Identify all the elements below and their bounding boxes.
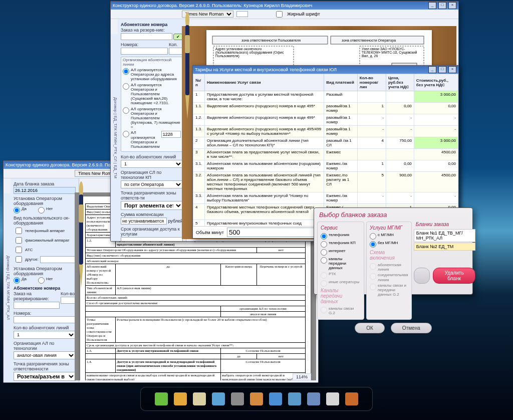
svg-rect-25 xyxy=(185,35,190,53)
tariff-titlebar[interactable]: Тарифы на Услуги местной и внутризоновой… xyxy=(193,66,458,74)
blank-slot-button[interactable] xyxy=(414,268,430,284)
taskbar-icon-7[interactable] xyxy=(288,392,301,405)
section-label: Абонентские номера xyxy=(121,22,183,27)
label: Вид пользовательского ок-оборудования xyxy=(14,216,76,226)
kolvo-input[interactable] xyxy=(61,297,76,304)
cancel-button[interactable]: Отмена xyxy=(391,323,432,333)
r-al3[interactable] xyxy=(123,107,129,114)
radio2-yes[interactable] xyxy=(14,277,20,284)
blank-row-1[interactable]: Бланк №1 ЕД_ТВ_МГ/МН_РТК_АЛ xyxy=(414,229,475,242)
org-al-select[interactable]: аналог-овая линия xyxy=(14,351,76,359)
min-btn[interactable]: _ xyxy=(428,2,436,9)
chk-fax[interactable] xyxy=(16,237,22,244)
tra-select[interactable]: Розетка/разъем в помещен xyxy=(14,372,76,381)
vertical-tabs-2[interactable]: Договор | ЕД_ТЛК МГ/МН_РТК_АЛ xyxy=(4,193,11,382)
taskbar-icon-5[interactable] xyxy=(250,392,263,405)
close-btn[interactable]: × xyxy=(448,66,456,73)
svc-telephony[interactable] xyxy=(321,233,327,240)
srok-input[interactable] xyxy=(121,237,183,241)
chk-ats[interactable] xyxy=(16,247,22,253)
fountain-pen-2 xyxy=(75,180,87,291)
tariff-title: Тарифы на Услуги местной и внутризоновой… xyxy=(195,67,337,72)
ok-button[interactable]: ОК xyxy=(355,323,385,333)
taskbar xyxy=(140,387,373,411)
radio-yes[interactable] xyxy=(14,207,20,214)
r-al2[interactable] xyxy=(123,83,129,90)
chk-phone[interactable] xyxy=(16,228,22,234)
taskbar-icon-10[interactable] xyxy=(345,392,358,405)
section-label: Абонентские номера xyxy=(14,286,76,291)
max-btn[interactable]: □ xyxy=(438,66,446,73)
dialog-title: Выбор бланков заказа xyxy=(314,208,472,222)
svg-text:зона ответственности Пользоват: зона ответственности Пользователя xyxy=(241,39,301,42)
kol-al-select[interactable]: 1 xyxy=(14,331,76,339)
copy-input[interactable] xyxy=(169,48,183,55)
vertical-tabs-1[interactable]: Договор | ЕД_ТЛК МГ/МН_РТК_СЛ | ЕД_ТМ xyxy=(111,34,118,241)
sum-input[interactable] xyxy=(121,218,167,225)
taskbar-icon-8[interactable] xyxy=(307,392,320,405)
taskbar-icon-9[interactable] xyxy=(326,392,339,405)
svg-rect-2 xyxy=(79,204,84,223)
org-sl-select[interactable]: по сети Оператора xyxy=(121,180,183,188)
label: Дата бланка заказа xyxy=(14,181,76,186)
numbers-input[interactable] xyxy=(14,316,76,323)
max-btn[interactable]: □ xyxy=(438,2,446,9)
close-btn[interactable]: × xyxy=(448,2,456,9)
titlebar-1[interactable]: Конструктор единого договора. Версия 2.6… xyxy=(111,2,458,10)
reserve-input[interactable] xyxy=(14,302,60,309)
bold-check[interactable] xyxy=(276,11,283,18)
mg-with[interactable] xyxy=(370,233,376,240)
org-al-group: Организация абонентской линии АЛ организ… xyxy=(121,57,183,152)
fountain-pen-1 xyxy=(181,11,193,121)
tariff-table: №/пНаименование Услуг связиВид платежейК… xyxy=(193,74,458,226)
mg-without[interactable] xyxy=(370,241,376,248)
side-panel-1: Абонентские номера Заказ на резерв-ние:✔… xyxy=(118,19,186,241)
taskbar-icon-1[interactable] xyxy=(174,392,187,405)
blank-select-dialog: Выбор бланков заказа Сервис телефония те… xyxy=(314,207,473,295)
svc-telephony-kp[interactable] xyxy=(321,241,327,248)
zoom-status: 114% xyxy=(293,373,311,380)
taskbar-icon-3[interactable] xyxy=(212,392,225,405)
toolbar-1: Times New Roman Жирный шрифт xyxy=(111,10,458,19)
delete-blank-button[interactable]: Удалить бланк xyxy=(433,268,475,284)
numbers-input[interactable] xyxy=(121,48,168,55)
tariff-scroll[interactable]: №/пНаименование Услуг связиВид платежейК… xyxy=(193,74,458,226)
blank-row-2[interactable]: Бланк №2 ЕД_ТМ xyxy=(414,243,475,251)
r-al4-val[interactable] xyxy=(161,131,181,138)
svc-kpd[interactable] xyxy=(321,257,327,264)
svc-rtk xyxy=(321,272,327,279)
reserve-input[interactable] xyxy=(121,33,172,40)
label: Установка Оператором оборудования xyxy=(14,196,76,206)
svg-text:зона ответственности Оператора: зона ответственности Оператора xyxy=(342,39,396,43)
taskbar-icon-0[interactable] xyxy=(155,392,168,405)
taskbar-icon-4[interactable] xyxy=(231,392,244,405)
r-al1[interactable] xyxy=(123,68,129,75)
title-text: Конструктор единого договора. Версия 2.6… xyxy=(113,3,312,8)
svc-other-op xyxy=(321,280,327,287)
radio-no[interactable] xyxy=(38,207,45,214)
kol-al-select[interactable]: 1 xyxy=(121,160,183,168)
fontsize-input[interactable] xyxy=(236,11,248,17)
chk-other[interactable] xyxy=(16,256,22,263)
svc-internet[interactable] xyxy=(321,249,327,256)
date-input[interactable] xyxy=(14,187,76,194)
tra-select[interactable]: Порт элемента сети Опе xyxy=(121,201,183,210)
taskbar-icon-2[interactable] xyxy=(193,392,206,405)
side-panel-2: Дата бланка заказа Установка Оператором … xyxy=(11,178,79,382)
vol-label: Объём минут xyxy=(196,230,224,235)
r-al4[interactable] xyxy=(123,131,129,137)
radio2-no[interactable] xyxy=(38,277,45,284)
taskbar-icon-6[interactable] xyxy=(269,392,282,405)
label: Установка Оператором оборудования xyxy=(14,266,76,276)
other-input[interactable] xyxy=(40,256,76,263)
min-btn[interactable]: _ xyxy=(428,66,436,73)
